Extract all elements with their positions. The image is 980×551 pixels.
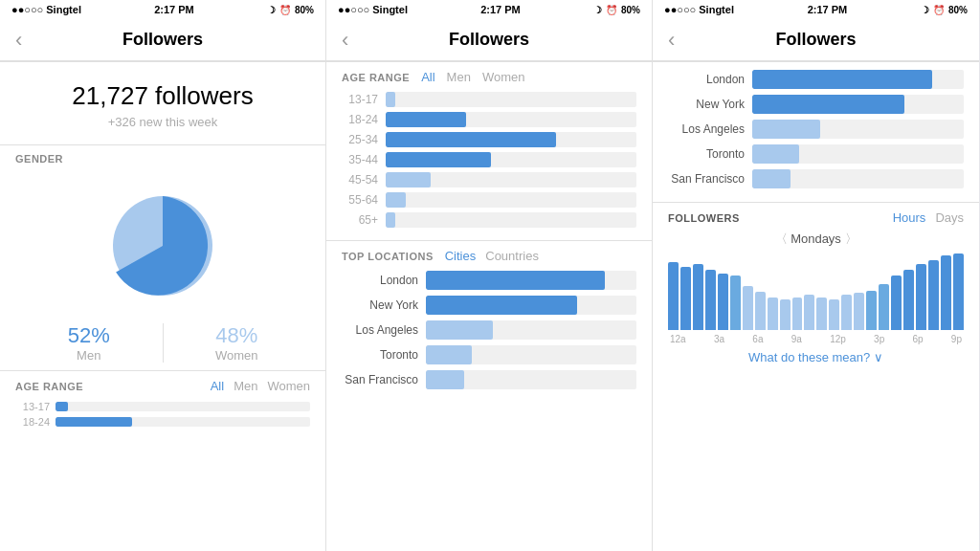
followers-summary: 21,727 followers +326 new this week [0, 62, 325, 144]
city-bar-row-0: London [668, 70, 964, 89]
followers-new: +326 new this week [15, 115, 310, 129]
mini-bar-row-0: 13-17 [15, 401, 310, 412]
loc-bar-label-2: Los Angeles [342, 323, 418, 337]
city-bar-track-4 [752, 169, 964, 188]
hour-bar-6 [743, 286, 753, 330]
loc-bar-track-0 [426, 271, 636, 290]
city-bar-row-3: Toronto [668, 144, 964, 164]
hour-bar-20 [916, 264, 926, 330]
age-range-label-1: AGE RANGE [15, 381, 83, 392]
mini-bar-track-0 [56, 402, 310, 411]
battery-area-2: ☽ ⏰ 80% [593, 5, 640, 15]
hour-label-4: 12p [830, 334, 846, 344]
age-bar-row-6: 65+ [342, 212, 636, 228]
clock-icon-3: ⏰ [933, 5, 945, 15]
loc-bar-label-1: New York [342, 298, 418, 312]
page-title-3: Followers [775, 30, 856, 50]
city-bar-track-2 [752, 120, 964, 139]
age-bar-row-3: 35-44 [342, 152, 636, 167]
hour-bar-3 [705, 270, 716, 330]
hour-label-7: 9p [951, 334, 962, 344]
age-bar-label-5: 55-64 [342, 193, 378, 207]
time-1: 2:17 PM [154, 4, 194, 15]
age-bar-track-5 [386, 192, 636, 208]
moon-icon-2: ☽ [593, 5, 602, 15]
loc-bar-fill-4 [426, 370, 464, 389]
followers-count: 21,727 followers [15, 81, 310, 111]
age-tab-women-2[interactable]: Women [482, 70, 525, 84]
hours-tab[interactable]: Hours [893, 210, 926, 225]
women-name: Women [164, 348, 311, 363]
age-tab-women-1[interactable]: Women [267, 379, 310, 393]
age-range-header-1: AGE RANGE All Men Women [15, 379, 310, 393]
hour-bar-13 [829, 299, 839, 330]
age-range-full: AGE RANGE All Men Women 13-17 18-24 25-3… [326, 62, 652, 240]
men-name: Men [15, 348, 163, 363]
hour-bar-8 [768, 298, 778, 330]
countries-tab-2[interactable]: Countries [485, 249, 539, 263]
age-bar-track-3 [386, 152, 636, 167]
age-range-tabs-1: All Men Women [211, 379, 310, 393]
loc-bar-track-3 [426, 345, 636, 364]
hour-bar-5 [730, 276, 741, 330]
page-title-2: Followers [449, 30, 529, 50]
cities-tab-2[interactable]: Cities [445, 249, 477, 263]
mini-bar-label-0: 13-17 [15, 401, 50, 412]
men-percent: 52% [15, 323, 163, 348]
age-tab-all-2[interactable]: All [421, 70, 434, 84]
page-title-1: Followers [122, 30, 203, 50]
panel-2: ●●○○○ Singtel 2:17 PM ☽ ⏰ 80% ‹ Follower… [326, 0, 653, 551]
panel3-content: London New York Los Angeles Toronto San … [653, 62, 979, 551]
status-bar-2: ●●○○○ Singtel 2:17 PM ☽ ⏰ 80% [326, 0, 652, 19]
hour-bar-23 [953, 253, 964, 330]
location-tabs: Cities Countries [445, 249, 539, 263]
age-tab-all-1[interactable]: All [211, 379, 224, 393]
back-button-1[interactable]: ‹ [15, 28, 22, 53]
hour-bar-4 [718, 274, 728, 330]
age-bar-label-1: 18-24 [342, 113, 378, 126]
loc-bar-label-0: London [342, 274, 418, 287]
age-bar-label-2: 25-34 [342, 133, 378, 146]
age-bar-label-4: 45-54 [342, 173, 378, 187]
hours-bars-container [668, 253, 964, 330]
city-bar-track-3 [752, 144, 964, 164]
nav-bar-1: ‹ Followers [0, 19, 325, 61]
loc-bar-label-4: San Francisco [342, 373, 418, 386]
age-bar-fill-2 [386, 132, 556, 147]
loc-bar-track-1 [426, 296, 636, 315]
followers-chart-section: FOLLOWERS Hours Days 〈 Mondays 〉 12a3a6a… [653, 203, 979, 372]
age-bar-fill-4 [386, 172, 431, 187]
hour-bar-22 [941, 255, 951, 330]
mini-bar-row-1: 18-24 [15, 416, 310, 428]
city-bar-label-4: San Francisco [668, 172, 745, 186]
loc-bar-track-4 [426, 370, 636, 389]
time-2: 2:17 PM [480, 4, 521, 15]
city-bar-track-0 [752, 70, 964, 89]
loc-bar-row-4: San Francisco [342, 370, 636, 389]
next-day-button[interactable]: 〉 [845, 231, 858, 246]
back-button-3[interactable]: ‹ [668, 28, 675, 53]
hour-bar-12 [816, 298, 827, 330]
gender-section: 52% Men 48% Women [0, 168, 325, 370]
loc-bar-fill-1 [426, 296, 577, 315]
hour-bar-14 [841, 295, 852, 330]
city-bar-row-2: Los Angeles [668, 120, 964, 139]
age-bar-label-6: 65+ [342, 213, 378, 227]
age-tab-men-1[interactable]: Men [234, 379, 257, 393]
age-bar-row-0: 13-17 [342, 92, 636, 107]
days-tab[interactable]: Days [935, 210, 964, 225]
age-tab-men-2[interactable]: Men [447, 70, 471, 84]
city-bar-fill-1 [752, 95, 904, 114]
what-mean-link[interactable]: What do these mean? ∨ [668, 350, 964, 364]
prev-day-button[interactable]: 〈 [775, 231, 788, 246]
loc-bar-fill-3 [426, 345, 472, 364]
clock-icon-1: ⏰ [279, 5, 291, 15]
age-bar-fill-6 [386, 212, 395, 228]
age-bar-track-4 [386, 172, 636, 187]
loc-bar-row-1: New York [342, 296, 636, 315]
hour-bar-10 [792, 298, 803, 330]
location-bars-container: London New York Los Angeles Toronto San … [342, 271, 636, 389]
top-locations-header: TOP LOCATIONS Cities Countries [342, 249, 636, 263]
back-button-2[interactable]: ‹ [342, 28, 348, 53]
carrier-3: ●●○○○ Singtel [664, 4, 734, 15]
